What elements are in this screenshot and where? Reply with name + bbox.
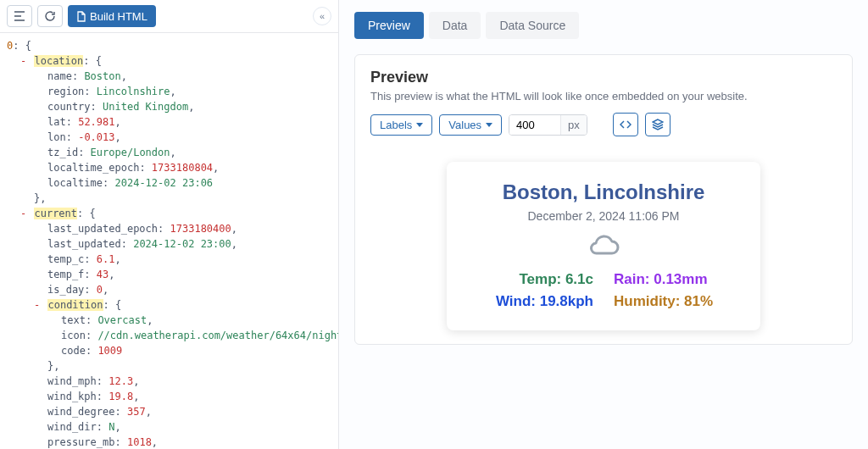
code-view-button[interactable] <box>613 113 638 136</box>
refresh-icon <box>44 10 56 22</box>
tab-data-source[interactable]: Data Source <box>486 12 579 39</box>
left-panel: Build HTML « 0: { - location: { name: Bo… <box>0 0 339 449</box>
layers-button[interactable] <box>645 113 670 136</box>
collapse-toggle[interactable]: - <box>20 55 28 67</box>
format-button[interactable] <box>7 5 32 27</box>
width-input[interactable] <box>509 115 560 135</box>
right-panel: Preview Data Data Source Preview This pr… <box>339 0 868 449</box>
preview-controls: Labels Values px <box>370 113 837 136</box>
json-tree[interactable]: 0: { - location: { name: Boston, region:… <box>0 33 338 449</box>
labels-dropdown[interactable]: Labels <box>370 114 432 136</box>
tab-bar: Preview Data Data Source <box>354 12 853 39</box>
tab-data[interactable]: Data <box>429 12 481 39</box>
chevron-down-icon <box>416 123 423 127</box>
layers-icon <box>652 119 664 130</box>
file-icon <box>76 11 86 22</box>
build-html-button[interactable]: Build HTML <box>68 5 156 27</box>
values-dropdown[interactable]: Values <box>439 114 502 136</box>
weather-wind: Wind: 19.8kph <box>467 293 593 310</box>
collapse-handle[interactable]: « <box>313 7 331 25</box>
values-dropdown-label: Values <box>448 119 481 131</box>
weather-datetime: December 2, 2024 11:06 PM <box>467 209 740 223</box>
preview-card: Preview This preview is what the HTML wi… <box>354 54 853 345</box>
weather-temp: Temp: 6.1c <box>467 271 593 288</box>
code-icon <box>620 119 632 130</box>
weather-rain: Rain: 0.13mm <box>614 271 740 288</box>
chevron-down-icon <box>486 123 492 127</box>
width-input-group: px <box>509 114 587 136</box>
width-unit: px <box>560 115 587 135</box>
toolbar: Build HTML « <box>0 0 338 33</box>
build-html-label: Build HTML <box>90 10 147 23</box>
chevron-left-icon: « <box>320 11 325 21</box>
collapse-toggle[interactable]: - <box>34 299 42 311</box>
labels-dropdown-label: Labels <box>380 119 412 131</box>
weather-humidity: Humidity: 81% <box>614 293 740 310</box>
preview-subtitle: This preview is what the HTML will look … <box>370 90 837 103</box>
preview-title: Preview <box>370 69 837 86</box>
align-icon <box>14 11 25 21</box>
weather-location: Boston, Lincolnshire <box>467 180 740 204</box>
refresh-button[interactable] <box>37 5 63 27</box>
cloud-icon <box>467 231 740 264</box>
weather-widget: Boston, Lincolnshire December 2, 2024 11… <box>447 162 760 330</box>
tab-preview[interactable]: Preview <box>354 12 424 39</box>
collapse-toggle[interactable]: - <box>20 208 28 219</box>
weather-stats: Temp: 6.1c Rain: 0.13mm Wind: 19.8kph Hu… <box>467 271 740 310</box>
